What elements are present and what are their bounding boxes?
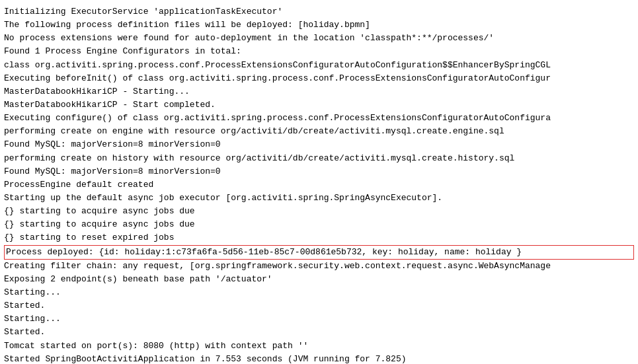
log-line: Found MySQL: majorVersion=8 minorVersion… [4,138,634,151]
log-line: Found 1 Process Engine Configurators in … [4,45,634,58]
log-line: Executing configure() of class org.activ… [4,112,634,125]
log-line: Starting... [4,286,634,299]
log-line: MasterDatabookHikariCP - Start completed… [4,98,634,112]
log-line: Executing beforeInit() of class org.acti… [4,72,634,85]
log-line: {} starting to acquire async jobs due [4,205,634,218]
log-line: Exposing 2 endpoint(s) beneath base path… [4,273,634,286]
log-line: Process deployed: {id: holiday:1:c73fa6f… [4,245,634,260]
log-line: {} starting to reset expired jobs [4,231,634,244]
log-line: Creating filter chain: any request, [org… [4,260,634,273]
log-line: ProcessEngine default created [4,178,634,192]
log-line: Started SpringBootActivitiApplication in… [4,353,634,364]
log-line: No process extensions were found for aut… [4,32,634,45]
log-line: performing create on history with resour… [4,152,634,165]
log-line: {} starting to acquire async jobs due [4,218,634,231]
log-line: Started. [4,326,634,339]
log-line: Initializing ExecutorService 'applicatio… [4,5,634,18]
log-line: class org.activiti.spring.process.conf.P… [4,59,634,72]
log-line: MasterDatabookHikariCP - Starting... [4,85,634,98]
console-output: Initializing ExecutorService 'applicatio… [0,0,638,364]
log-line: performing create on engine with resourc… [4,125,634,138]
log-line: Starting... [4,312,634,326]
log-line: Found MySQL: majorVersion=8 minorVersion… [4,165,634,178]
log-line: Tomcat started on port(s): 8080 (http) w… [4,340,634,353]
log-line: Starting up the default async job execut… [4,192,634,205]
log-line: The following process definition files w… [4,18,634,32]
log-line: Started. [4,299,634,312]
